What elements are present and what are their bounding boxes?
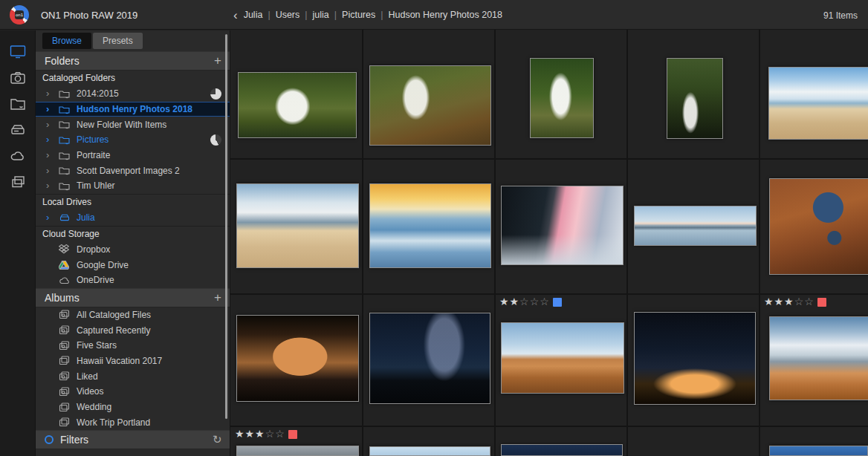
tab-browse[interactable]: Browse xyxy=(42,33,91,49)
photo-grid: ★★☆☆☆★★★☆☆★★★☆☆ xyxy=(230,30,868,456)
thumbnail-starry-sky-arch[interactable] xyxy=(634,312,756,405)
folder-item-hudson-henry-photos-2018[interactable]: ›Hudson Henry Photos 2018 xyxy=(36,102,230,117)
breadcrumb-segment[interactable]: Users xyxy=(276,10,300,20)
stars-empty[interactable]: ☆☆ xyxy=(794,296,814,307)
album-item-liked[interactable]: Liked xyxy=(36,368,230,384)
sidebar-scrollbar[interactable] xyxy=(225,34,227,419)
shared-folder-icon[interactable] xyxy=(7,94,28,114)
album-label: Hawaii Vacation 2017 xyxy=(77,356,162,366)
camera-import-icon[interactable] xyxy=(7,68,28,88)
smart-album-icon xyxy=(59,325,71,335)
smart-album-icon xyxy=(59,371,71,381)
album-label: Videos xyxy=(77,386,103,397)
albums-list: All Cataloged FilesCaptured RecentlyFive… xyxy=(36,307,230,431)
cloud-storage-icon[interactable] xyxy=(7,146,28,166)
expand-chevron-icon[interactable]: › xyxy=(46,136,54,143)
thumbnail-clouds-over-canyon[interactable] xyxy=(769,316,868,400)
stars-empty[interactable]: ☆☆ xyxy=(265,429,285,440)
rating-sea-cliff-pink-sky[interactable]: ★★☆☆☆ xyxy=(499,296,562,307)
album-item-hawaii-vacation-2017[interactable]: Hawaii Vacation 2017 xyxy=(36,354,230,369)
album-item-videos[interactable]: Videos xyxy=(36,384,230,400)
breadcrumb-segment[interactable]: Pictures xyxy=(342,10,375,20)
thumbnail-photo-partial-2[interactable] xyxy=(369,446,490,456)
breadcrumb: ‹Julia|Users|julia|Pictures|Hudson Henry… xyxy=(233,10,502,20)
expand-chevron-icon[interactable]: › xyxy=(46,152,54,159)
thumbnail-waterfall-tall[interactable] xyxy=(530,58,594,138)
color-label-chip[interactable] xyxy=(553,298,562,307)
thumbnail-milky-way-rock[interactable] xyxy=(369,313,490,404)
breadcrumb-back-icon[interactable]: ‹ xyxy=(233,8,238,22)
thumbnail-red-rock-arch[interactable] xyxy=(769,178,868,275)
filters-reset-icon[interactable]: ↺ xyxy=(213,433,222,446)
breadcrumb-segment[interactable]: julia xyxy=(313,10,329,20)
folder-label: New Folder With Items xyxy=(77,120,166,130)
thumbnail-waterfall-fallen-log[interactable] xyxy=(369,65,491,146)
thumbnail-sea-cliff-pink-sky[interactable] xyxy=(501,186,624,265)
thumbnail-desert-towers[interactable] xyxy=(501,322,624,394)
on1-logo-icon: on1 xyxy=(10,5,29,25)
folder-item-tim-uhler[interactable]: ›Tim Uhler xyxy=(36,178,230,194)
folder-item-onedrive[interactable]: OneDrive xyxy=(36,273,230,288)
stars-filled[interactable]: ★★ xyxy=(499,296,519,307)
folder-item-new-folder-with-items[interactable]: ›New Folder With Items xyxy=(36,117,230,132)
app-window: on1 ON1 Photo RAW 2019 ‹Julia|Users|juli… xyxy=(0,0,868,456)
thumbnail-waterfall-mossy-wide[interactable] xyxy=(238,72,357,138)
tab-presets[interactable]: Presets xyxy=(93,33,143,49)
stars-filled[interactable]: ★★★ xyxy=(235,429,265,440)
folder-group: Cataloged Folders›2014:2015›Hudson Henry… xyxy=(36,71,230,194)
album-item-captured-recently[interactable]: Captured Recently xyxy=(36,322,230,338)
rating-red-rock-arch[interactable]: ★★★☆☆ xyxy=(764,296,826,307)
folder-item-pictures[interactable]: ›Pictures xyxy=(36,132,230,148)
expand-chevron-icon[interactable]: › xyxy=(46,121,54,128)
folder-item-dropbox[interactable]: Dropbox xyxy=(36,242,230,258)
folder-icon xyxy=(59,120,71,129)
breadcrumb-separator: | xyxy=(268,10,270,20)
expand-chevron-icon[interactable]: › xyxy=(46,214,54,221)
breadcrumb-segment[interactable]: Julia xyxy=(244,10,263,20)
album-item-five-stars[interactable]: Five Stars xyxy=(36,338,230,354)
smart-album-icon xyxy=(59,387,71,397)
thumbnail-photo-partial-3[interactable] xyxy=(501,444,623,456)
thumbnail-canyon-cave-tripod[interactable] xyxy=(236,315,359,402)
thumbnail-photo-partial-1[interactable] xyxy=(236,446,359,456)
add-album-button[interactable]: + xyxy=(214,290,221,305)
breadcrumb-segment[interactable]: Hudson Henry Photos 2018 xyxy=(388,10,502,20)
stars-empty[interactable]: ☆☆☆ xyxy=(519,296,550,307)
thumbnail-photo-partial-4[interactable] xyxy=(769,446,868,456)
folder-item-portraite[interactable]: ›Portraite xyxy=(36,148,230,163)
folder-item-google-drive[interactable]: Google Drive xyxy=(36,257,230,273)
album-item-wedding[interactable]: Wedding xyxy=(36,400,230,415)
thumbnail-beach-walk-distant[interactable] xyxy=(768,67,868,140)
color-label-chip[interactable] xyxy=(288,430,297,439)
folder-item-scott-davenport-images-2[interactable]: ›Scott Davenport Images 2 xyxy=(36,163,230,178)
color-label-chip[interactable] xyxy=(817,298,826,307)
expand-chevron-icon[interactable]: › xyxy=(46,182,54,189)
thumbnail-sunset-wave[interactable] xyxy=(369,183,491,268)
add-folder-button[interactable]: + xyxy=(214,53,221,68)
expand-chevron-icon[interactable]: › xyxy=(46,167,54,175)
thumbnail-beach-footprints[interactable] xyxy=(236,183,359,268)
album-icon xyxy=(59,417,71,427)
thumbnail-city-skyline-pano[interactable] xyxy=(634,206,757,246)
album-item-work-trip-portland[interactable]: Work Trip Portland xyxy=(36,414,230,430)
rating-canyon-cave-tripod[interactable]: ★★★☆☆ xyxy=(235,429,297,440)
album-label: Liked xyxy=(77,371,98,382)
photo-stack-icon[interactable] xyxy=(7,172,28,192)
album-item-all-cataloged-files[interactable]: All Cataloged Files xyxy=(36,307,230,323)
expand-chevron-icon[interactable]: › xyxy=(46,105,54,113)
grid-column-divider xyxy=(494,30,496,456)
stars-filled[interactable]: ★★★ xyxy=(764,296,794,307)
browse-monitor-icon[interactable] xyxy=(7,42,28,62)
gdrive-icon xyxy=(59,261,71,270)
expand-chevron-icon[interactable]: › xyxy=(46,90,54,97)
local-drives-icon[interactable] xyxy=(7,120,28,140)
albums-section-header: Albums + xyxy=(36,288,230,307)
filters-section-header[interactable]: Filters ↺ xyxy=(36,430,230,449)
folder-label: OneDrive xyxy=(77,275,114,285)
folder-icon xyxy=(59,151,71,160)
filters-toggle-icon[interactable] xyxy=(45,435,54,444)
folder-item-julia[interactable]: ›Julia xyxy=(36,210,230,226)
thumbnail-forest-stream[interactable] xyxy=(667,58,723,139)
folder-item-2014-2015[interactable]: ›2014:2015 xyxy=(36,86,230,102)
folder-label: Google Drive xyxy=(77,260,129,270)
